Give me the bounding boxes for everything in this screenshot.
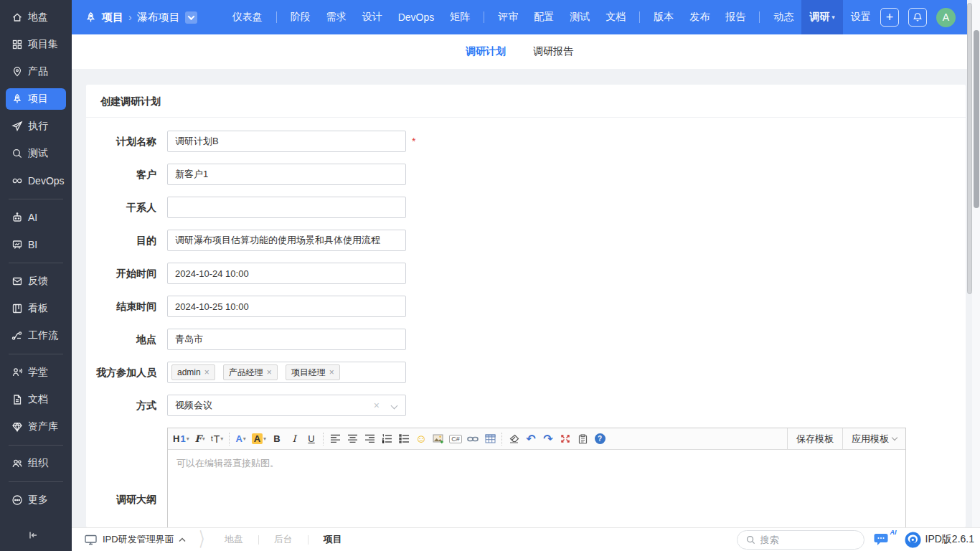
emoji-button[interactable]: ☺ bbox=[413, 430, 430, 448]
caret-down-icon: ▾ bbox=[220, 435, 223, 442]
sidebar-item-execution[interactable]: 执行 bbox=[0, 113, 72, 140]
sidebar-item-devops[interactable]: DevOps bbox=[0, 167, 72, 194]
end-time-input[interactable] bbox=[167, 296, 406, 317]
nav-item-config[interactable]: 配置 bbox=[526, 0, 562, 34]
location-input[interactable] bbox=[167, 329, 406, 350]
help-button[interactable]: ? bbox=[591, 430, 608, 448]
italic-button[interactable]: I bbox=[286, 430, 303, 448]
editor-placeholder: 可以在编辑器直接贴图。 bbox=[176, 457, 897, 470]
nav-item-stage[interactable]: 阶段 bbox=[283, 0, 319, 34]
brand-logo-icon[interactable] bbox=[905, 532, 921, 548]
nav-item-review[interactable]: 评审 bbox=[490, 0, 526, 34]
highlight-color-button[interactable]: A▾ bbox=[250, 430, 268, 448]
status-bar: IPD研发管理界面 〉 地盘 后台 项目 AI IPD版2.6.1 bbox=[72, 527, 980, 551]
ai-assistant-button[interactable]: AI bbox=[874, 532, 895, 547]
insert-link-button[interactable] bbox=[464, 430, 481, 448]
remove-format-button[interactable] bbox=[505, 430, 522, 448]
bold-button[interactable]: B bbox=[268, 430, 286, 448]
project-switcher-button[interactable] bbox=[185, 11, 197, 24]
ordered-list-button[interactable] bbox=[378, 430, 395, 448]
nav-item-doc[interactable]: 文档 bbox=[598, 0, 633, 34]
font-size-button[interactable]: tT▾ bbox=[209, 430, 226, 448]
insert-image-button[interactable] bbox=[430, 430, 447, 448]
editor-content-area[interactable]: 可以在编辑器直接贴图。 bbox=[168, 450, 905, 527]
sidebar-item-workflow[interactable]: 工作流 bbox=[0, 322, 72, 349]
align-right-button[interactable] bbox=[361, 430, 378, 448]
method-select[interactable]: 视频会议 × bbox=[167, 395, 406, 416]
save-template-button[interactable]: 保存模板 bbox=[787, 428, 842, 450]
nav-item-story[interactable]: 需求 bbox=[319, 0, 354, 34]
nav-item-matrix[interactable]: 矩阵 bbox=[442, 0, 478, 34]
content-scrollbar-thumb[interactable] bbox=[967, 3, 972, 294]
global-search[interactable] bbox=[737, 530, 864, 550]
tab-research-report[interactable]: 调研报告 bbox=[533, 45, 573, 58]
fullscreen-button[interactable] bbox=[557, 430, 574, 448]
search-input[interactable] bbox=[760, 534, 847, 545]
start-time-input[interactable] bbox=[167, 263, 406, 284]
sidebar-item-project[interactable]: 项目 bbox=[6, 88, 66, 110]
underline-button[interactable]: U bbox=[303, 430, 320, 448]
app-switcher[interactable]: IPD研发管理界面 bbox=[103, 533, 186, 546]
customer-input[interactable] bbox=[167, 164, 406, 185]
font-color-button[interactable]: A▾ bbox=[232, 430, 250, 448]
nav-item-dynamic[interactable]: 动态 bbox=[765, 0, 801, 34]
add-button[interactable]: + bbox=[880, 8, 899, 27]
sidebar-item-ai[interactable]: AI bbox=[0, 204, 72, 231]
nav-item-report[interactable]: 报告 bbox=[717, 0, 753, 34]
participant-tag[interactable]: admin × bbox=[171, 364, 215, 380]
product-icon bbox=[11, 66, 23, 77]
remove-tag-icon[interactable]: × bbox=[204, 367, 209, 377]
statusbar-crumb-home[interactable]: 地盘 bbox=[225, 533, 243, 546]
sidebar-item-test[interactable]: 测试 bbox=[0, 140, 72, 167]
sidebar-item-bi[interactable]: BI bbox=[0, 231, 72, 258]
sidebar-item-feedback[interactable]: 反馈 bbox=[0, 268, 72, 295]
sidebar-item-kanban[interactable]: 看板 bbox=[0, 295, 72, 322]
statusbar-crumb-project[interactable]: 项目 bbox=[324, 533, 342, 546]
purpose-input[interactable] bbox=[167, 230, 406, 251]
apply-template-button[interactable]: 应用模板 bbox=[842, 428, 905, 450]
align-left-button[interactable] bbox=[326, 430, 344, 448]
nav-item-settings[interactable]: 设置 bbox=[843, 0, 879, 34]
insert-code-button[interactable]: C# bbox=[447, 430, 464, 448]
sidebar-item-home[interactable]: 地盘 bbox=[0, 4, 72, 31]
scrollbar-thumb[interactable] bbox=[974, 30, 979, 208]
heading-button[interactable]: H1▾ bbox=[171, 430, 192, 448]
nav-item-design[interactable]: 设计 bbox=[354, 0, 390, 34]
nav-item-research[interactable]: 调研 ▾ bbox=[801, 0, 843, 34]
user-avatar[interactable]: A bbox=[936, 8, 956, 27]
nav-item-test[interactable]: 测试 bbox=[562, 0, 598, 34]
sidebar-item-more[interactable]: 更多 bbox=[0, 486, 72, 514]
unordered-list-button[interactable] bbox=[395, 430, 413, 448]
sidebar-item-doc[interactable]: 文档 bbox=[0, 386, 72, 413]
undo-button[interactable]: ↶ bbox=[522, 430, 540, 448]
participant-tag[interactable]: 项目经理 × bbox=[286, 364, 340, 380]
remove-tag-icon[interactable]: × bbox=[329, 367, 334, 377]
font-family-button[interactable]: F▾ bbox=[192, 430, 209, 448]
participant-tag[interactable]: 产品经理 × bbox=[223, 364, 278, 380]
notification-button[interactable] bbox=[908, 8, 927, 27]
tab-research-plan[interactable]: 调研计划 bbox=[466, 45, 506, 58]
statusbar-crumb-admin[interactable]: 后台 bbox=[274, 533, 293, 546]
stakeholder-input[interactable] bbox=[167, 197, 406, 218]
paste-button[interactable] bbox=[574, 430, 591, 448]
sidebar-item-assets[interactable]: 资产库 bbox=[0, 413, 72, 441]
sidebar-item-project-set[interactable]: 项目集 bbox=[0, 31, 72, 58]
nav-item-release[interactable]: 发布 bbox=[682, 0, 717, 34]
nav-item-devops[interactable]: DevOps bbox=[390, 0, 443, 34]
nav-item-build[interactable]: 版本 bbox=[646, 0, 682, 34]
nav-item-dashboard[interactable]: 仪表盘 bbox=[225, 0, 270, 34]
participants-input[interactable]: admin × 产品经理 × 项目经理 × bbox=[167, 362, 406, 383]
breadcrumb-current[interactable]: 瀑布项目 bbox=[137, 11, 180, 24]
sidebar-collapse-button[interactable] bbox=[24, 527, 42, 544]
redo-button[interactable]: ↷ bbox=[540, 430, 557, 448]
window-scrollbar[interactable] bbox=[972, 0, 980, 527]
insert-table-button[interactable] bbox=[481, 430, 499, 448]
remove-tag-icon[interactable]: × bbox=[267, 367, 272, 377]
align-center-button[interactable] bbox=[344, 430, 361, 448]
sidebar-item-college[interactable]: 学堂 bbox=[0, 359, 72, 386]
clear-icon[interactable]: × bbox=[374, 400, 380, 410]
plan-name-input[interactable] bbox=[167, 131, 406, 152]
sidebar-item-product[interactable]: 产品 bbox=[0, 58, 72, 85]
sidebar-item-org[interactable]: 组织 bbox=[0, 450, 72, 477]
breadcrumb-root[interactable]: 项目 bbox=[102, 11, 123, 24]
